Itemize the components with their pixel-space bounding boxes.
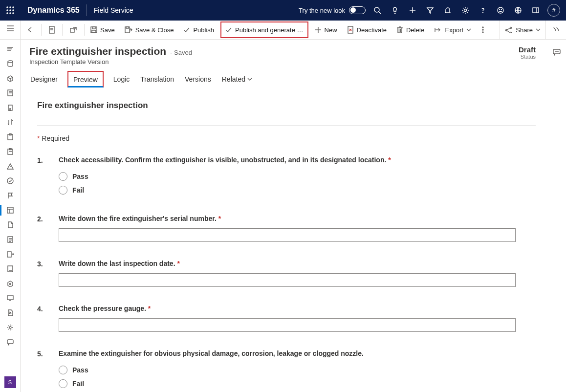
help-icon[interactable]	[474, 0, 492, 21]
product-name[interactable]: Dynamics 365	[21, 4, 87, 16]
rail-doc3-icon[interactable]	[0, 261, 21, 276]
question-number: 4.	[37, 305, 59, 332]
preview-heading: Fire extinguisher inspection	[37, 101, 536, 110]
svg-point-3	[7, 10, 8, 11]
publish-generate-button[interactable]: Publish and generate …	[220, 22, 308, 38]
status-value: Draft	[519, 45, 536, 54]
svg-rect-79	[7, 296, 13, 300]
export-button[interactable]: Export	[430, 21, 477, 39]
rail-clipboard-icon[interactable]	[0, 130, 21, 144]
app-launcher-icon[interactable]	[0, 0, 21, 21]
saved-indicator: - Saved	[170, 49, 192, 56]
rail-check-icon[interactable]	[0, 174, 21, 188]
rail-doc-icon[interactable]	[0, 86, 21, 100]
rail-data-icon[interactable]	[0, 56, 21, 71]
text-input[interactable]	[59, 318, 516, 332]
rail-sort-icon[interactable]	[0, 115, 21, 130]
rail-area-switcher[interactable]: S	[4, 376, 16, 388]
tab-logic[interactable]: Logic	[112, 71, 131, 87]
emoji-icon[interactable]	[492, 0, 509, 21]
svg-rect-30	[92, 27, 95, 29]
rail-building-icon[interactable]	[0, 100, 21, 115]
save-button[interactable]: Save	[86, 21, 120, 39]
main-panel: Fire extinguisher inspection - Saved Ins…	[21, 40, 546, 392]
try-new-look-label: Try the new look	[299, 7, 345, 14]
avatar[interactable]: #	[547, 4, 560, 17]
svg-point-67	[7, 178, 13, 184]
rail-monitor-icon[interactable]	[0, 291, 21, 305]
try-new-look[interactable]: Try the new look	[299, 6, 366, 14]
back-button[interactable]	[21, 21, 40, 39]
radio-option-fail[interactable]: Fail	[59, 377, 536, 391]
svg-rect-20	[533, 8, 539, 13]
radio-icon	[59, 379, 67, 388]
text-input[interactable]	[59, 273, 516, 287]
svg-point-18	[501, 9, 502, 10]
rail-page-icon[interactable]	[0, 218, 21, 232]
rail-warning-icon[interactable]	[0, 159, 21, 174]
panel-icon[interactable]	[527, 0, 544, 21]
rail-chat-icon[interactable]	[0, 335, 21, 349]
radio-icon	[59, 186, 67, 195]
question-label: Check accessibility. Confirm the extingu…	[59, 156, 536, 164]
tab-versions[interactable]: Versions	[184, 71, 212, 87]
rail-export-icon[interactable]	[0, 247, 21, 261]
teams-chat-icon[interactable]	[546, 44, 566, 61]
page-title: Fire extinguisher inspection	[29, 45, 166, 57]
deactivate-button[interactable]: Deactivate	[342, 21, 392, 39]
save-close-button[interactable]: Save & Close	[120, 21, 179, 39]
radio-option-pass[interactable]: Pass	[59, 170, 536, 183]
bell-icon[interactable]	[439, 0, 457, 21]
rail-package-icon[interactable]	[0, 71, 21, 86]
question-number: 3.	[37, 260, 59, 287]
sitemap-toggle-button[interactable]	[0, 21, 21, 39]
question-number: 1.	[37, 156, 59, 197]
rail-clipboard2-icon[interactable]	[0, 144, 21, 159]
radio-option-fail[interactable]: Fail	[59, 183, 536, 197]
text-input[interactable]	[59, 228, 516, 242]
form-selector-icon[interactable]	[43, 21, 61, 39]
add-icon[interactable]	[404, 0, 421, 21]
tab-designer[interactable]: Designer	[29, 71, 59, 87]
radio-label: Fail	[72, 380, 84, 388]
lightbulb-icon[interactable]	[386, 0, 404, 21]
radio-label: Pass	[72, 173, 88, 180]
tab-preview[interactable]: Preview	[67, 71, 104, 87]
publish-button[interactable]: Publish	[178, 21, 219, 39]
new-label: New	[325, 26, 337, 34]
delete-button[interactable]: Delete	[392, 21, 430, 39]
tab-related-label: Related	[222, 75, 245, 83]
radio-icon	[59, 172, 67, 181]
open-new-window-icon[interactable]	[64, 21, 83, 39]
tab-translation[interactable]: Translation	[139, 71, 175, 87]
svg-point-45	[482, 29, 483, 30]
save-label: Save	[100, 26, 115, 34]
new-button[interactable]: New	[310, 21, 342, 39]
rail-docx-icon[interactable]	[0, 305, 21, 320]
svg-point-0	[7, 7, 8, 8]
filter-icon[interactable]	[421, 0, 439, 21]
chevron-down-icon	[466, 28, 471, 32]
more-commands-button[interactable]	[476, 21, 490, 39]
rail-template-icon[interactable]	[0, 203, 21, 218]
question-label: Check the pressure gauge. *	[59, 305, 536, 312]
rail-flag-icon[interactable]	[0, 188, 21, 203]
search-icon[interactable]	[369, 0, 386, 21]
gear-icon[interactable]	[457, 0, 474, 21]
rail-ship-icon[interactable]	[0, 276, 21, 291]
tab-related[interactable]: Related	[221, 71, 253, 87]
svg-point-6	[7, 13, 8, 14]
chevron-down-icon	[247, 77, 252, 81]
globe-icon[interactable]	[509, 0, 527, 21]
share-button[interactable]: Share	[500, 21, 545, 39]
rail-settings-icon[interactable]	[0, 320, 21, 335]
radio-option-pass[interactable]: Pass	[59, 363, 536, 377]
toggle-icon[interactable]	[349, 6, 366, 14]
copilot-toggle-button[interactable]	[545, 21, 566, 39]
rail-recent-icon[interactable]	[0, 42, 21, 56]
radio-label: Fail	[72, 186, 84, 194]
area-name[interactable]: Field Service	[87, 4, 140, 16]
rail-doc2-icon[interactable]	[0, 232, 21, 247]
save-close-label: Save & Close	[135, 26, 174, 34]
question-row: 5.Examine the extinguisher for obvious p…	[37, 349, 536, 391]
